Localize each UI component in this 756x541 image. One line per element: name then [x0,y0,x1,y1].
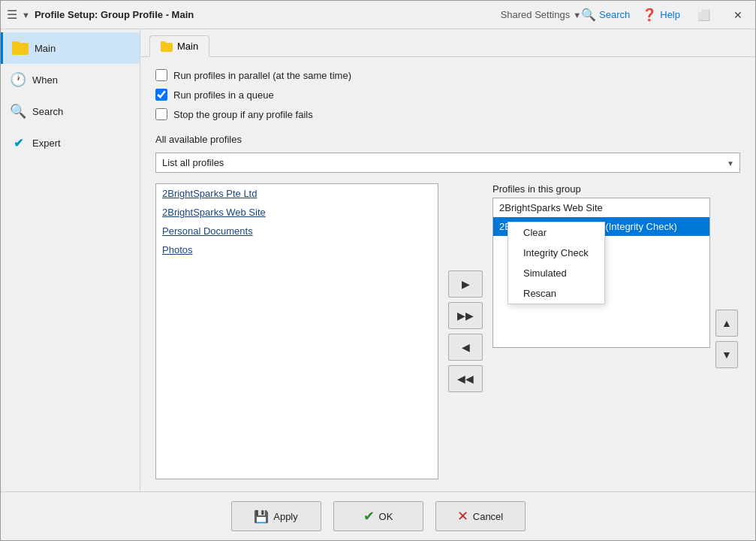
tab-main-label: Main [177,41,198,52]
checkbox-stop-row: Stop the group if any profile fails [155,108,740,120]
shared-settings-label: Shared Settings [501,9,571,20]
save-icon: 💾 [254,509,269,524]
sidebar-item-when[interactable]: 🕐 When [1,64,140,95]
title-dropdown-icon[interactable]: ▼ [22,11,30,20]
sidebar-item-main[interactable]: Main [1,32,140,64]
apply-button[interactable]: 💾 Apply [231,501,321,531]
main-window: ☰ ▼ Profile Setup: Group Profile - Main … [0,0,756,541]
remove-one-button[interactable]: ◀ [448,334,483,361]
dropdown-row: List all profiles List group profiles ▼ [155,153,740,173]
group-profiles-label: Profiles in this group [492,183,740,195]
available-profiles-list[interactable]: 2BrightSparks Pte Ltd 2BrightSparks Web … [155,183,438,479]
available-profile-item-2[interactable]: Personal Documents [156,222,438,240]
main-panel: Main Run profiles in parallel (at the sa… [140,29,755,491]
available-profile-item-0[interactable]: 2BrightSparks Pte Ltd [156,184,438,203]
titlebar-right: 🔍 Search ❓ Help ⬜ ✕ [581,5,749,25]
cancel-button[interactable]: ✕ Cancel [435,501,526,531]
titlebar-center: Shared Settings ▼ [501,9,581,20]
checkbox-queue-row: Run profiles in a queue [155,89,740,101]
search-icon: 🔍 [10,103,26,119]
shared-settings[interactable]: Shared Settings ▼ [501,9,581,20]
context-menu-item-simulated[interactable]: Simulated [508,263,604,283]
sidebar-item-search-label: Search [32,106,63,117]
panel-body: Run profiles in parallel (at the same ti… [140,57,755,491]
move-down-button[interactable]: ▼ [715,341,738,368]
cancel-label: Cancel [473,511,503,522]
transfer-buttons: ▶ ▶▶ ◀ ◀◀ [444,183,486,479]
move-up-button[interactable]: ▲ [715,310,738,337]
clock-icon: 🕐 [10,71,26,88]
group-profile-list-wrapper: 2BrightSparks Web Site 2BrightSparks Web… [492,198,710,479]
help-action[interactable]: ❓ Help [642,8,680,22]
remove-all-icon: ◀◀ [457,373,474,385]
group-profile-item-0[interactable]: 2BrightSparks Web Site [493,198,709,217]
checkbox-stop-label: Stop the group if any profile fails [173,109,313,120]
search-action[interactable]: 🔍 Search [581,8,630,22]
add-one-button[interactable]: ▶ [448,270,483,298]
sidebar-item-expert-label: Expert [32,138,61,149]
hamburger-icon[interactable]: ☰ [7,8,17,22]
remove-all-button[interactable]: ◀◀ [448,365,483,392]
window-title: Profile Setup: Group Profile - Main [35,9,194,20]
cancel-x-icon: ✕ [457,508,468,524]
available-profile-item-3[interactable]: Photos [156,240,438,259]
context-menu: Clear Integrity Check Simulated Rescan [508,222,605,304]
sidebar: Main 🕐 When 🔍 Search ✔ Expert [1,29,140,491]
add-all-button[interactable]: ▶▶ [448,302,483,329]
add-all-icon: ▶▶ [457,310,474,322]
checkmark-icon: ✔ [10,134,26,151]
maximize-button[interactable]: ⬜ [692,5,715,25]
checkbox-queue[interactable] [155,89,167,101]
search-magnifier-icon: 🔍 [581,8,596,22]
sidebar-item-when-label: When [32,74,58,86]
close-button[interactable]: ✕ [727,5,749,25]
tab-folder-icon [161,41,173,52]
context-menu-item-rescan[interactable]: Rescan [508,283,604,304]
all-profiles-label: All available profiles [155,134,740,145]
tab-main[interactable]: Main [149,35,209,57]
help-icon: ❓ [642,8,657,22]
ok-check-icon: ✔ [363,508,375,524]
ok-label: OK [379,511,393,522]
footer: 💾 Apply ✔ OK ✕ Cancel [1,491,755,540]
checkbox-parallel-row: Run profiles in parallel (at the same ti… [155,69,740,81]
checkbox-parallel[interactable] [155,69,167,81]
tab-bar: Main [140,29,755,57]
titlebar: ☰ ▼ Profile Setup: Group Profile - Main … [1,1,755,29]
search-label: Search [599,9,630,20]
help-label: Help [660,9,680,20]
context-menu-item-clear[interactable]: Clear [508,222,604,243]
profiles-dropdown[interactable]: List all profiles List group profiles [155,153,740,173]
available-profile-item-1[interactable]: 2BrightSparks Web Site [156,203,438,222]
sidebar-item-search[interactable]: 🔍 Search [1,95,140,127]
up-arrow-icon: ▲ [721,317,732,329]
updown-buttons: ▲ ▼ [713,198,740,479]
group-profile-right: 2BrightSparks Web Site 2BrightSparks Web… [492,198,740,479]
down-arrow-icon: ▼ [721,349,732,361]
group-profile-section: Profiles in this group 2BrightSparks Web… [492,183,740,479]
sidebar-item-main-label: Main [35,43,56,54]
checkbox-stop[interactable] [155,108,167,120]
profiles-area: 2BrightSparks Pte Ltd 2BrightSparks Web … [155,183,740,479]
ok-button[interactable]: ✔ OK [333,501,423,531]
folder-icon [12,40,29,56]
sidebar-item-expert[interactable]: ✔ Expert [1,127,140,159]
content-area: Main 🕐 When 🔍 Search ✔ Expert Main [1,29,755,491]
remove-one-icon: ◀ [462,341,470,353]
checkbox-queue-label: Run profiles in a queue [173,89,274,101]
available-profiles-container: 2BrightSparks Pte Ltd 2BrightSparks Web … [155,183,438,479]
apply-label: Apply [273,511,298,522]
context-menu-item-integrity[interactable]: Integrity Check [508,243,604,263]
titlebar-left: ☰ ▼ Profile Setup: Group Profile - Main [7,8,501,22]
add-one-icon: ▶ [462,278,470,290]
checkbox-parallel-label: Run profiles in parallel (at the same ti… [173,70,351,81]
shared-settings-caret: ▼ [573,11,581,20]
